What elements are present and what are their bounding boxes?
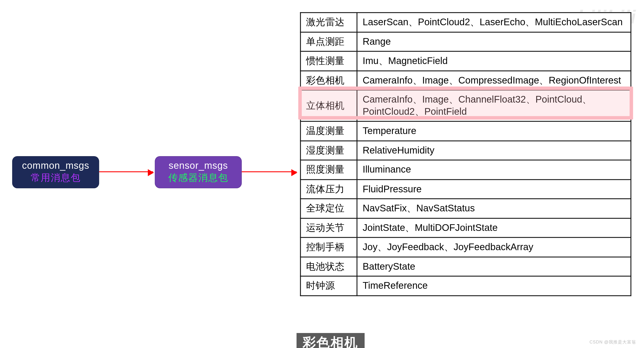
table-cell-value: NavSatFix、NavSatStatus — [357, 199, 631, 218]
table-cell-value: RelativeHumidity — [357, 141, 631, 160]
table-cell-value: CameraInfo、Image、CompressedImage、RegionO… — [357, 71, 631, 90]
node-sensor-msgs-title: sensor_msgs — [162, 160, 234, 171]
table-cell-label: 温度测量 — [300, 122, 357, 141]
table-row: 惯性测量 Imu、MagneticField — [300, 52, 631, 71]
table-cell-label: 湿度测量 — [300, 141, 357, 160]
table-cell-value: BatteryState — [357, 257, 631, 276]
node-sensor-msgs-sub: 传感器消息包 — [162, 173, 234, 183]
arrow-sensor-to-table — [242, 172, 296, 172]
table-row: 单点测距 Range — [300, 32, 631, 51]
table-row: 彩色相机 CameraInfo、Image、CompressedImage、Re… — [300, 71, 631, 90]
table-cell-value: Illuminance — [357, 160, 631, 179]
table-row: 时钟源 TimeReference — [300, 276, 631, 296]
node-common-msgs: common_msgs 常用消息包 — [12, 156, 99, 188]
table-cell-label: 立体相机 — [300, 90, 357, 122]
table-cell-value: TimeReference — [357, 276, 631, 296]
table-cell-value: CameraInfo、Image、ChannelFloat32、PointClo… — [357, 90, 631, 122]
caption-color-camera: 彩色相机 — [296, 333, 364, 348]
table-cell-label: 激光雷达 — [300, 12, 357, 32]
table-cell-label: 全球定位 — [300, 199, 357, 218]
table-cell-label: 控制手柄 — [300, 238, 357, 257]
table-cell-label: 电池状态 — [300, 257, 357, 276]
table-cell-label: 彩色相机 — [300, 71, 357, 90]
table-cell-label: 惯性测量 — [300, 52, 357, 71]
table-row: 全球定位 NavSatFix、NavSatStatus — [300, 199, 631, 218]
node-common-msgs-title: common_msgs — [20, 160, 92, 171]
table-row: 温度测量 Temperature — [300, 122, 631, 141]
table-cell-value: Temperature — [357, 122, 631, 141]
arrow-common-to-sensor — [99, 172, 153, 172]
table-row: 立体相机 CameraInfo、Image、ChannelFloat32、Poi… — [300, 90, 631, 122]
table-cell-value: Imu、MagneticField — [357, 52, 631, 71]
table-cell-label: 流体压力 — [300, 180, 357, 199]
table-cell-label: 运动关节 — [300, 218, 357, 237]
node-common-msgs-sub: 常用消息包 — [20, 173, 92, 183]
table-cell-value: LaserScan、PointCloud2、LaserEcho、MultiEch… — [357, 12, 631, 32]
table-cell-value: Range — [357, 32, 631, 51]
table-row: 电池状态 BatteryState — [300, 257, 631, 276]
table-row: 照度测量 Illuminance — [300, 160, 631, 179]
sensor-msgs-table: 激光雷达 LaserScan、PointCloud2、LaserEcho、Mul… — [300, 12, 632, 296]
table-row: 控制手柄 Joy、JoyFeedback、JoyFeedbackArray — [300, 238, 631, 257]
table-cell-value: FluidPressure — [357, 180, 631, 199]
table-cell-label: 照度测量 — [300, 160, 357, 179]
table-cell-label: 时钟源 — [300, 276, 357, 296]
node-sensor-msgs: sensor_msgs 传感器消息包 — [155, 156, 242, 188]
table-row: 流体压力 FluidPressure — [300, 180, 631, 199]
table-row: 湿度测量 RelativeHumidity — [300, 141, 631, 160]
table-cell-label: 单点测距 — [300, 32, 357, 51]
table-row: 激光雷达 LaserScan、PointCloud2、LaserEcho、Mul… — [300, 12, 631, 32]
table-cell-value: Joy、JoyFeedback、JoyFeedbackArray — [357, 238, 631, 257]
table-row: 运动关节 JointState、MultiDOFJointState — [300, 218, 631, 237]
table-cell-value: JointState、MultiDOFJointState — [357, 218, 631, 237]
watermark-csdn: CSDN @我推是大富翁 — [590, 339, 636, 346]
